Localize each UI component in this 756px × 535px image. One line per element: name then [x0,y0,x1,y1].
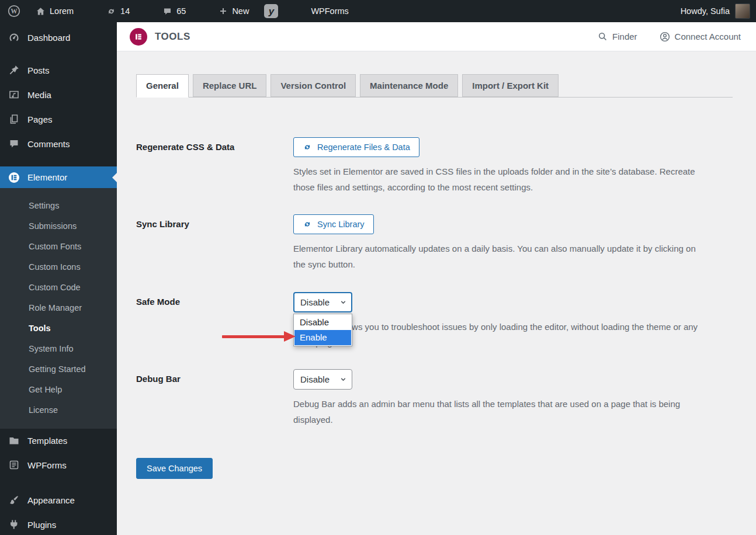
sidebar-item-comments[interactable]: Comments [0,133,117,154]
sidebar-separator [0,158,117,166]
chevron-down-icon [339,298,347,306]
regenerate-files-button[interactable]: Regenerate Files & Data [293,137,419,157]
wordpress-logo-menu[interactable]: W [0,0,28,22]
folder-icon [8,435,20,446]
sync-library-label: Sync Library [136,214,293,229]
submenu-item-custom-icons[interactable]: Custom Icons [0,257,117,277]
wpforms-admin-bar-menu[interactable]: WPForms [303,0,356,22]
sync-library-description: Elementor Library automatically updates … [293,241,707,272]
yoast-icon: y [264,4,278,18]
tab-maintenance-mode[interactable]: Maintenance Mode [360,74,458,97]
sidebar-item-media[interactable]: Media [0,84,117,105]
comments-menu[interactable]: 65 [155,0,193,22]
sidebar-item-label: Plugins [27,520,56,530]
sidebar-item-label: WPForms [27,460,67,470]
tab-version-control[interactable]: Version Control [271,74,356,97]
comment-bubble-icon [162,6,172,16]
regenerate-button-label: Regenerate Files & Data [317,143,410,152]
submenu-item-settings[interactable]: Settings [0,196,117,216]
submenu-item-custom-code[interactable]: Custom Code [0,277,117,298]
regenerate-label: Regenerate CSS & Data [136,137,293,152]
sidebar-item-dashboard[interactable]: Dashboard [0,27,117,48]
safe-mode-selected-value: Disable [300,297,330,307]
sidebar-item-label: Pages [27,114,53,124]
dashboard-icon [8,32,20,43]
updates-menu[interactable]: 14 [99,0,137,22]
submenu-item-system-info[interactable]: System Info [0,339,117,359]
new-label: New [232,6,249,16]
sidebar-item-elementor[interactable]: Elementor [0,166,117,188]
yoast-menu[interactable]: y [256,0,286,22]
home-icon [36,6,46,16]
sidebar-item-label: Elementor [27,172,67,182]
finder-button[interactable]: Finder [598,32,637,41]
admin-bar-account[interactable]: Howdy, Sufia [681,4,756,19]
sync-library-button[interactable]: Sync Library [293,214,374,234]
tab-import-export-kit[interactable]: Import / Export Kit [462,74,559,97]
new-content-menu[interactable]: New [211,0,256,22]
safe-mode-select[interactable]: Disable [293,292,352,312]
setting-row-sync-library: Sync Library Sync Library Elementor Libr… [136,214,733,272]
connect-account-button[interactable]: Connect Account [660,32,741,42]
debug-bar-description: Debug Bar adds an admin bar menu that li… [293,396,707,428]
regenerate-control: Regenerate Files & Data Styles set in El… [293,137,707,195]
admin-bar: W Lorem 14 65 New y WPF [0,0,756,22]
submenu-item-license[interactable]: License [0,400,117,421]
sync-icon [303,220,312,229]
user-circle-icon [660,32,670,42]
howdy-label: Howdy, Sufia [681,6,730,16]
setting-row-regenerate: Regenerate CSS & Data Regenerate Files &… [136,137,733,195]
submenu-item-get-help[interactable]: Get Help [0,380,117,400]
elementor-submenu: Settings Submissions Custom Fonts Custom… [0,188,117,429]
chevron-down-icon [339,376,347,383]
sidebar-item-appearance[interactable]: Appearance [0,489,117,510]
save-changes-button[interactable]: Save Changes [136,458,213,479]
plug-icon [8,519,20,530]
sidebar-item-posts[interactable]: Posts [0,60,117,81]
debug-bar-select[interactable]: Disable [293,369,352,390]
active-menu-arrow [107,173,117,182]
sync-icon [303,143,312,152]
sync-library-control: Sync Library Elementor Library automatic… [293,214,707,272]
form-icon [8,459,20,471]
setting-row-debug-bar: Debug Bar Disable Debug Bar adds an admi… [136,369,733,428]
tab-bar: General Replace URL Version Control Main… [136,74,733,98]
wordpress-logo-icon: W [8,5,20,18]
sidebar-separator [0,479,117,489]
sidebar-item-wpforms[interactable]: WPForms [0,454,117,475]
debug-bar-control: Disable Debug Bar adds an admin bar menu… [293,369,707,428]
sync-library-button-label: Sync Library [317,220,365,229]
sidebar-item-plugins[interactable]: Plugins [0,514,117,535]
annotation-arrow [222,331,296,342]
safe-mode-dropdown-list: Disable Enable [293,314,352,346]
debug-bar-label: Debug Bar [136,369,293,384]
site-name-menu[interactable]: Lorem [28,0,81,22]
sidebar-item-label: Comments [27,139,70,149]
sidebar-item-label: Templates [27,436,67,446]
sidebar-separator [0,51,117,60]
tab-general[interactable]: General [136,74,189,98]
sidebar-item-pages[interactable]: Pages [0,109,117,130]
elementor-logo-icon [130,28,147,46]
wpforms-admin-bar-label: WPForms [311,6,348,16]
submenu-item-submissions[interactable]: Submissions [0,216,117,237]
sidebar-item-templates[interactable]: Templates [0,430,117,451]
safe-mode-option-enable[interactable]: Enable [294,330,351,345]
submenu-item-tools[interactable]: Tools [0,318,117,339]
brush-icon [8,494,20,506]
submenu-item-getting-started[interactable]: Getting Started [0,359,117,380]
submenu-item-role-manager[interactable]: Role Manager [0,298,117,318]
comments-icon [8,138,20,150]
submenu-item-custom-fonts[interactable]: Custom Fonts [0,237,117,257]
sidebar-item-label: Media [27,90,51,100]
admin-sidebar: Dashboard Posts Media Pages Comments [0,22,117,535]
safe-mode-option-disable[interactable]: Disable [294,315,351,330]
comments-count: 65 [176,6,186,16]
sidebar-item-label: Dashboard [27,33,70,43]
safe-mode-label: Safe Mode [136,292,293,307]
tab-replace-url[interactable]: Replace URL [193,74,267,97]
site-name-label: Lorem [50,6,74,16]
finder-label: Finder [612,32,637,41]
sidebar-item-label: Posts [27,65,50,75]
plus-icon [219,6,228,16]
